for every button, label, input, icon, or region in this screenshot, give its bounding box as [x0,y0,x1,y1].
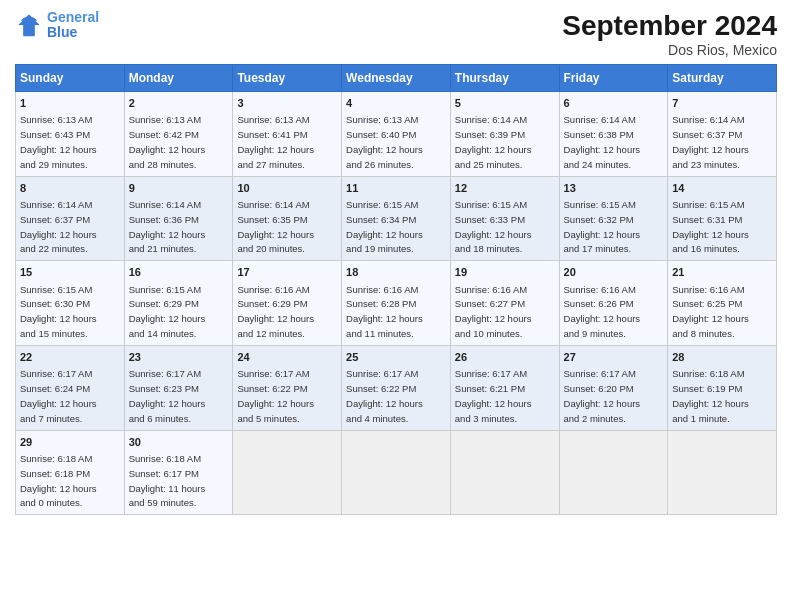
day-info: Sunrise: 6:14 AMSunset: 6:39 PMDaylight:… [455,114,532,169]
table-row: 20Sunrise: 6:16 AMSunset: 6:26 PMDayligh… [559,261,668,346]
table-row: 28Sunrise: 6:18 AMSunset: 6:19 PMDayligh… [668,345,777,430]
day-info: Sunrise: 6:14 AMSunset: 6:37 PMDaylight:… [672,114,749,169]
month-title: September 2024 [562,10,777,42]
table-row: 19Sunrise: 6:16 AMSunset: 6:27 PMDayligh… [450,261,559,346]
table-row: 11Sunrise: 6:15 AMSunset: 6:34 PMDayligh… [342,176,451,261]
table-row: 4Sunrise: 6:13 AMSunset: 6:40 PMDaylight… [342,92,451,177]
day-number: 16 [129,265,229,280]
day-number: 11 [346,181,446,196]
location: Dos Rios, Mexico [562,42,777,58]
calendar-table: Sunday Monday Tuesday Wednesday Thursday… [15,64,777,515]
day-number: 15 [20,265,120,280]
table-row: 22Sunrise: 6:17 AMSunset: 6:24 PMDayligh… [16,345,125,430]
day-number: 7 [672,96,772,111]
day-info: Sunrise: 6:16 AMSunset: 6:26 PMDaylight:… [564,284,641,339]
table-row: 23Sunrise: 6:17 AMSunset: 6:23 PMDayligh… [124,345,233,430]
calendar-week-row: 1Sunrise: 6:13 AMSunset: 6:43 PMDaylight… [16,92,777,177]
header-monday: Monday [124,65,233,92]
header-friday: Friday [559,65,668,92]
day-number: 27 [564,350,664,365]
table-row: 21Sunrise: 6:16 AMSunset: 6:25 PMDayligh… [668,261,777,346]
day-number: 13 [564,181,664,196]
table-row: 27Sunrise: 6:17 AMSunset: 6:20 PMDayligh… [559,345,668,430]
header-row: General Blue September 2024 Dos Rios, Me… [15,10,777,58]
day-info: Sunrise: 6:17 AMSunset: 6:24 PMDaylight:… [20,368,97,423]
day-info: Sunrise: 6:14 AMSunset: 6:36 PMDaylight:… [129,199,206,254]
table-row: 10Sunrise: 6:14 AMSunset: 6:35 PMDayligh… [233,176,342,261]
calendar-week-row: 29Sunrise: 6:18 AMSunset: 6:18 PMDayligh… [16,430,777,515]
day-info: Sunrise: 6:17 AMSunset: 6:22 PMDaylight:… [237,368,314,423]
day-info: Sunrise: 6:16 AMSunset: 6:27 PMDaylight:… [455,284,532,339]
day-info: Sunrise: 6:13 AMSunset: 6:40 PMDaylight:… [346,114,423,169]
table-row [342,430,451,515]
table-row: 2Sunrise: 6:13 AMSunset: 6:42 PMDaylight… [124,92,233,177]
day-info: Sunrise: 6:13 AMSunset: 6:43 PMDaylight:… [20,114,97,169]
table-row: 6Sunrise: 6:14 AMSunset: 6:38 PMDaylight… [559,92,668,177]
day-info: Sunrise: 6:15 AMSunset: 6:34 PMDaylight:… [346,199,423,254]
day-number: 14 [672,181,772,196]
day-info: Sunrise: 6:13 AMSunset: 6:42 PMDaylight:… [129,114,206,169]
day-number: 8 [20,181,120,196]
day-info: Sunrise: 6:17 AMSunset: 6:23 PMDaylight:… [129,368,206,423]
header-saturday: Saturday [668,65,777,92]
day-info: Sunrise: 6:17 AMSunset: 6:22 PMDaylight:… [346,368,423,423]
table-row: 8Sunrise: 6:14 AMSunset: 6:37 PMDaylight… [16,176,125,261]
table-row: 5Sunrise: 6:14 AMSunset: 6:39 PMDaylight… [450,92,559,177]
header-tuesday: Tuesday [233,65,342,92]
header-sunday: Sunday [16,65,125,92]
table-row [450,430,559,515]
table-row: 1Sunrise: 6:13 AMSunset: 6:43 PMDaylight… [16,92,125,177]
table-row: 16Sunrise: 6:15 AMSunset: 6:29 PMDayligh… [124,261,233,346]
day-number: 10 [237,181,337,196]
day-number: 29 [20,435,120,450]
day-info: Sunrise: 6:15 AMSunset: 6:32 PMDaylight:… [564,199,641,254]
table-row: 24Sunrise: 6:17 AMSunset: 6:22 PMDayligh… [233,345,342,430]
table-row [233,430,342,515]
header-wednesday: Wednesday [342,65,451,92]
logo-text: General Blue [47,10,99,41]
day-info: Sunrise: 6:16 AMSunset: 6:28 PMDaylight:… [346,284,423,339]
day-number: 19 [455,265,555,280]
table-row: 13Sunrise: 6:15 AMSunset: 6:32 PMDayligh… [559,176,668,261]
day-number: 17 [237,265,337,280]
day-number: 2 [129,96,229,111]
day-number: 5 [455,96,555,111]
calendar-header-row: Sunday Monday Tuesday Wednesday Thursday… [16,65,777,92]
header-thursday: Thursday [450,65,559,92]
day-info: Sunrise: 6:17 AMSunset: 6:20 PMDaylight:… [564,368,641,423]
day-number: 24 [237,350,337,365]
day-number: 22 [20,350,120,365]
day-number: 6 [564,96,664,111]
day-info: Sunrise: 6:15 AMSunset: 6:31 PMDaylight:… [672,199,749,254]
table-row: 18Sunrise: 6:16 AMSunset: 6:28 PMDayligh… [342,261,451,346]
day-info: Sunrise: 6:17 AMSunset: 6:21 PMDaylight:… [455,368,532,423]
day-number: 30 [129,435,229,450]
day-number: 28 [672,350,772,365]
day-number: 25 [346,350,446,365]
day-number: 21 [672,265,772,280]
logo: General Blue [15,10,99,41]
day-info: Sunrise: 6:16 AMSunset: 6:25 PMDaylight:… [672,284,749,339]
day-info: Sunrise: 6:13 AMSunset: 6:41 PMDaylight:… [237,114,314,169]
page-container: General Blue September 2024 Dos Rios, Me… [0,0,792,525]
table-row: 30Sunrise: 6:18 AMSunset: 6:17 PMDayligh… [124,430,233,515]
day-info: Sunrise: 6:14 AMSunset: 6:37 PMDaylight:… [20,199,97,254]
day-info: Sunrise: 6:15 AMSunset: 6:29 PMDaylight:… [129,284,206,339]
table-row: 26Sunrise: 6:17 AMSunset: 6:21 PMDayligh… [450,345,559,430]
table-row: 9Sunrise: 6:14 AMSunset: 6:36 PMDaylight… [124,176,233,261]
day-info: Sunrise: 6:18 AMSunset: 6:17 PMDaylight:… [129,453,206,508]
table-row: 29Sunrise: 6:18 AMSunset: 6:18 PMDayligh… [16,430,125,515]
day-info: Sunrise: 6:18 AMSunset: 6:19 PMDaylight:… [672,368,749,423]
day-number: 12 [455,181,555,196]
day-info: Sunrise: 6:18 AMSunset: 6:18 PMDaylight:… [20,453,97,508]
table-row: 14Sunrise: 6:15 AMSunset: 6:31 PMDayligh… [668,176,777,261]
table-row: 25Sunrise: 6:17 AMSunset: 6:22 PMDayligh… [342,345,451,430]
logo-line1: General [47,9,99,25]
day-number: 20 [564,265,664,280]
table-row: 17Sunrise: 6:16 AMSunset: 6:29 PMDayligh… [233,261,342,346]
table-row [559,430,668,515]
title-block: September 2024 Dos Rios, Mexico [562,10,777,58]
day-info: Sunrise: 6:14 AMSunset: 6:35 PMDaylight:… [237,199,314,254]
day-info: Sunrise: 6:16 AMSunset: 6:29 PMDaylight:… [237,284,314,339]
day-number: 18 [346,265,446,280]
